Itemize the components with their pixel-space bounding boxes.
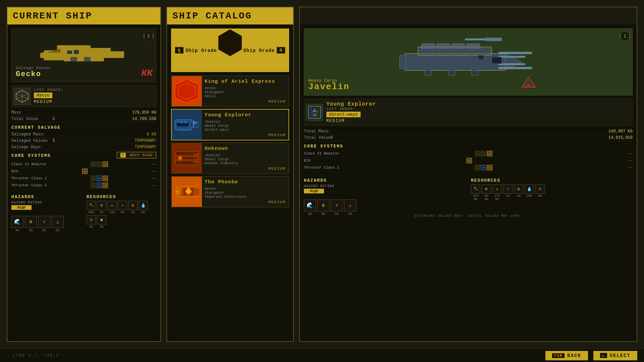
- grade-display: 5: [218, 29, 242, 71]
- catalog-list: King of Ariel Express Gecko Stargazer He…: [171, 75, 289, 207]
- reactor-icon-1: [91, 162, 96, 167]
- grade-next-label: Ship Grade: [243, 48, 275, 53]
- res-item-1: ❄ 3%: [97, 201, 106, 214]
- thruster2-icons: B A: [91, 183, 108, 188]
- current-ship-title: CURRENT SHIP: [7, 7, 160, 24]
- version-text: — LYNX S.C. v10.3 —: [7, 353, 65, 358]
- catalog-item-2[interactable]: Young Explorer Javelin Heavy Cargo direc…: [171, 109, 289, 140]
- res-item-5: 💧 0%: [139, 201, 148, 214]
- res-item-7: ■ 0%: [97, 215, 106, 229]
- right-ship-stats: Total Mass: 149,987 KG Total Value$ 14,0…: [304, 128, 633, 141]
- right-core-reactor: Class II Reactor A --: [304, 150, 633, 157]
- next-page-key: T: [120, 153, 126, 158]
- svg-rect-52: [448, 69, 455, 75]
- reactor-name: Class II Reactor: [11, 162, 47, 166]
- grade-selector: Q Ship Grade 5 Ship Grade R: [171, 28, 289, 72]
- total-value: 14,709,530: [132, 117, 156, 121]
- ship-grade: MEDIUM: [34, 100, 154, 104]
- svg-rect-22: [177, 123, 189, 126]
- right-hazard-icons: 🌊0% ❄0% ⚡0% ⚠0%: [304, 199, 466, 212]
- catalog-item-1[interactable]: King of Ariel Express Gecko Stargazer He…: [171, 75, 289, 107]
- catalog-thumb-2: [172, 110, 202, 140]
- salvage-days-row: Salvage Days: TEMPORARY: [11, 144, 156, 150]
- right-hazard-warning: ⚠0%: [344, 199, 356, 212]
- hazard-icon-wave: 🌊 0%: [11, 216, 23, 228]
- right-res-5: 💧 19%: [525, 184, 534, 201]
- grade-label: Ship Grade: [185, 48, 217, 53]
- bottom-actions: TAB BACK ↵ SELECT: [545, 351, 637, 360]
- next-page-label: NEXT PAGE: [130, 153, 153, 157]
- ecu-name: ECU: [11, 169, 18, 173]
- catalog-details-4: Gecko Stargazer Imperial Electronic: [205, 187, 286, 199]
- thruster2-icon-1: [91, 183, 96, 188]
- right-res-2: ✦ 17% 0%: [492, 184, 502, 201]
- svg-rect-46: [399, 55, 406, 69]
- salvage-title: Current Salvage: [11, 125, 156, 130]
- reactor-icon-3: A: [103, 162, 108, 167]
- hazard-icon-warning: ⚠ 0%: [52, 216, 64, 228]
- catalog-thumb-1: [172, 76, 202, 106]
- svg-rect-2: [91, 48, 111, 51]
- grade-next-nav[interactable]: Ship Grade R: [243, 47, 285, 54]
- catalog-item-3[interactable]: Unknown Javelin Heavy Cargo Hudson Indus…: [171, 142, 289, 174]
- bottom-bar: — LYNX S.C. v10.3 — TAB BACK ↵ SELECT: [0, 349, 644, 362]
- salvaged-mass-label: Salvaged Mass:: [11, 132, 45, 137]
- mass-label: Mass: [11, 110, 21, 115]
- back-label: BACK: [567, 353, 581, 358]
- svg-rect-72: [313, 114, 317, 116]
- svg-rect-64: [478, 55, 483, 59]
- ship-catalog-title: SHIP CATALOG: [167, 7, 293, 24]
- salvaged-mass-value: 0 KG: [147, 132, 156, 137]
- hazard-icon-electric: ⚡ 0%: [38, 216, 50, 228]
- catalog-grade-2: MEDIUM: [268, 133, 286, 137]
- svg-rect-40: [195, 188, 199, 195]
- svg-rect-47: [421, 44, 435, 49]
- res-item-3: ⚡ 0%: [118, 201, 127, 214]
- grade-prev-nav[interactable]: Q Ship Grade: [175, 47, 217, 54]
- ship-stats: Mass 170,659 KG Total Value $ 14,709,530: [11, 110, 156, 122]
- catalog-grade-3: MEDIUM: [268, 167, 286, 171]
- res-item-2: ✦ 23%: [107, 201, 117, 214]
- catalog-thumb-4: [172, 177, 202, 207]
- svg-rect-53: [472, 69, 478, 75]
- catalog-info-3: Unknown Javelin Heavy Cargo Hudson Indus…: [202, 143, 288, 173]
- svg-rect-7: [70, 57, 77, 61]
- back-button[interactable]: TAB BACK: [545, 351, 588, 360]
- svg-rect-51: [425, 69, 431, 75]
- catalog-thumb-3: [172, 143, 202, 173]
- ecu-icon-1: A: [82, 169, 88, 174]
- svg-rect-26: [184, 121, 187, 123]
- svg-rect-1: [57, 45, 91, 50]
- select-button[interactable]: ↵ SELECT: [593, 351, 637, 360]
- salvage-days-value: TEMPORARY: [135, 145, 156, 149]
- svg-rect-34: [194, 160, 199, 163]
- svg-rect-27: [193, 121, 194, 127]
- right-mass-value: 149,987 KG: [608, 129, 633, 134]
- javelin-ship-svg: [398, 35, 539, 89]
- current-ship-image: 1: [11, 28, 156, 82]
- next-page-button[interactable]: T NEXT PAGE: [117, 152, 156, 159]
- value-label: Total Value $: [11, 117, 55, 121]
- svg-rect-59: [485, 38, 502, 41]
- hazard-icons-row: 🌊 0% ❄ 0% ⚡ 0% ⚠ 0%: [11, 216, 81, 228]
- hazard-rating-label: HAZARD RATING: [11, 201, 81, 204]
- right-core-title: CORE SYSTEMS: [304, 144, 633, 149]
- right-owner-faction-icon: [306, 104, 323, 121]
- right-hazards-title: Hazards: [304, 178, 466, 183]
- catalog-name-2: Young Explorer: [205, 112, 286, 118]
- right-hazard-electric: ⚡0%: [331, 199, 343, 212]
- mass-value: 170,659 KG: [132, 110, 156, 115]
- svg-rect-55: [498, 56, 525, 58]
- right-owner-name: direct-ways: [326, 112, 361, 117]
- ship-manufacturer-logo: KK: [141, 68, 153, 78]
- resources-title: Resources: [87, 194, 156, 199]
- svg-rect-43: [405, 54, 505, 70]
- thruster2-icon-2: B: [97, 183, 102, 188]
- right-hazard-cold: ❄0%: [317, 199, 329, 212]
- core-systems-section: CORE SYSTEMS T NEXT PAGE Class II Reacto…: [11, 150, 156, 189]
- stat-value: Total Value $ 14,709,530: [11, 116, 156, 122]
- catalog-name-1: King of Ariel Express: [205, 79, 286, 84]
- catalog-item-4[interactable]: The Phoebe Gecko Stargazer Imperial Elec…: [171, 176, 289, 207]
- svg-rect-49: [451, 44, 465, 49]
- hazards-column: Hazards HAZARD RATING High 🌊 0% ❄ 0% ⚡ 0…: [11, 192, 81, 229]
